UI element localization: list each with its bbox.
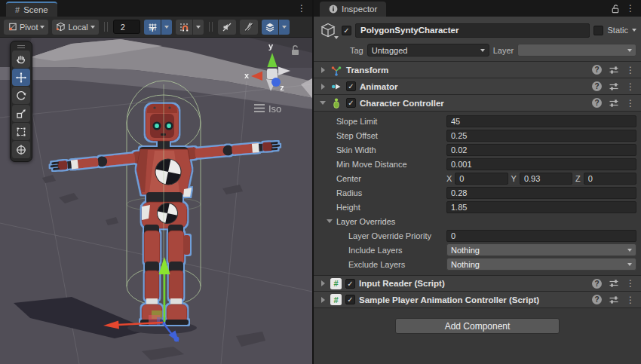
component-header-animator[interactable]: ✓ Animator ? ⋮ <box>314 78 641 95</box>
component-menu-icon[interactable]: ⋮ <box>626 295 635 304</box>
chevron-down-icon <box>334 36 339 39</box>
scene-viewport[interactable]: y x z Iso <box>0 38 312 364</box>
tool-move[interactable] <box>12 69 30 86</box>
component-header-transform[interactable]: Transform ? ⋮ <box>314 62 641 78</box>
center-y-input[interactable] <box>520 173 572 185</box>
component-header-character-controller[interactable]: ✓ Character Controller ? ⋮ <box>314 95 641 112</box>
scene-effects-dropdown[interactable] <box>278 20 290 35</box>
component-menu-icon[interactable]: ⋮ <box>626 99 635 108</box>
component-menu-icon[interactable]: ⋮ <box>626 279 635 288</box>
help-icon[interactable]: ? <box>592 279 602 289</box>
foldout-icon[interactable] <box>319 280 327 286</box>
min-move-distance-input[interactable] <box>446 158 636 170</box>
tab-scene[interactable]: # Scene <box>6 2 57 17</box>
presets-icon[interactable] <box>609 295 619 305</box>
layer-override-priority-input[interactable] <box>446 230 636 242</box>
presets-icon[interactable] <box>609 81 619 92</box>
grid-snap-button[interactable] <box>176 20 204 35</box>
add-component-button[interactable]: Add Component <box>395 318 560 334</box>
component-header-sample-player-animation-controller[interactable]: # ✓ Sample Player Animation Controller (… <box>314 292 641 308</box>
scene-audio-toggle[interactable] <box>218 20 236 35</box>
help-icon[interactable]: ? <box>592 81 602 91</box>
prop-slope-limit: Slope Limit <box>314 114 641 128</box>
chevron-down-icon <box>196 26 201 29</box>
center-x-input[interactable] <box>455 173 508 185</box>
layer-dropdown[interactable] <box>517 44 636 57</box>
handle-orientation-button[interactable]: Local <box>52 20 98 35</box>
grid-visibility-button[interactable]: Y <box>144 20 172 35</box>
input-reader-enabled-checkbox[interactable]: ✓ <box>345 279 355 289</box>
layer-overrides-foldout[interactable]: Layer Overrides <box>314 214 641 228</box>
inspector-menu-icon[interactable]: ⋮ <box>626 4 635 13</box>
skin-width-input[interactable] <box>446 144 636 156</box>
component-header-input-reader[interactable]: # ✓ Input Reader (Script) ? ⋮ <box>314 275 641 292</box>
chevron-down-icon <box>627 249 632 252</box>
foldout-icon[interactable] <box>319 67 327 73</box>
static-dropdown-caret[interactable] <box>632 29 636 32</box>
exclude-layers-dropdown[interactable]: Nothing <box>446 258 636 271</box>
tool-scale[interactable] <box>12 105 30 122</box>
script-icon: # <box>330 294 342 305</box>
help-icon[interactable]: ? <box>592 65 602 75</box>
tool-rotate[interactable] <box>12 87 30 104</box>
toolbar-separator <box>104 22 108 32</box>
tab-inspector[interactable]: Inspector <box>320 2 386 17</box>
lock-icon[interactable] <box>610 4 620 14</box>
scene-effects-button[interactable] <box>262 20 290 35</box>
help-icon[interactable]: ? <box>592 98 602 108</box>
chevron-down-icon <box>164 26 169 29</box>
scale-icon <box>15 108 27 120</box>
component-menu-icon[interactable]: ⋮ <box>626 66 635 75</box>
component-name: Character Controller <box>360 99 588 108</box>
static-checkbox[interactable] <box>593 26 603 35</box>
scene-tools-overlay <box>10 41 32 162</box>
foldout-icon[interactable] <box>319 297 327 303</box>
exclude-layers-value: Nothing <box>451 260 627 269</box>
prop-layer-override-priority: Layer Override Priority <box>314 228 641 243</box>
character-controller-body: Slope Limit Step Offset Skin Width Min M… <box>314 112 641 275</box>
radius-input[interactable] <box>446 187 636 199</box>
view-gizmo-z-ball[interactable] <box>271 78 281 87</box>
scene-render[interactable]: y x z Iso <box>0 38 312 364</box>
foldout-icon[interactable] <box>319 101 327 105</box>
slope-limit-input[interactable] <box>446 115 636 127</box>
help-icon[interactable]: ? <box>592 295 602 304</box>
center-x-label: X <box>446 174 452 183</box>
foldout-icon[interactable] <box>319 84 327 90</box>
animator-component-icon <box>330 81 342 93</box>
prop-label: Radius <box>336 188 446 197</box>
scene-menu-icon[interactable]: ⋮ <box>297 4 306 13</box>
cube-icon <box>56 22 66 32</box>
presets-icon[interactable] <box>609 65 619 75</box>
gameobject-name-input[interactable] <box>355 23 590 38</box>
prop-min-move-distance: Min Move Distance <box>314 157 641 171</box>
pivot-mode-button[interactable]: Pivot <box>4 20 48 35</box>
character-controller-enabled-checkbox[interactable]: ✓ <box>346 98 356 108</box>
grid-size-input[interactable] <box>113 20 140 34</box>
overlay-drag-handle[interactable] <box>12 43 30 50</box>
tool-rect[interactable] <box>12 123 30 140</box>
grid-snap-dropdown[interactable] <box>192 20 204 35</box>
tool-transform[interactable] <box>12 141 30 158</box>
center-z-input[interactable] <box>584 173 636 185</box>
animator-enabled-checkbox[interactable]: ✓ <box>346 81 356 91</box>
toolbar-separator <box>209 22 213 32</box>
height-input[interactable] <box>446 201 636 213</box>
tool-hand[interactable] <box>12 50 30 68</box>
tag-dropdown[interactable]: Untagged <box>367 44 489 57</box>
grid-visibility-dropdown[interactable] <box>161 20 172 35</box>
grid-snap-icon <box>176 20 192 35</box>
script-icon: # <box>330 278 342 289</box>
step-offset-input[interactable] <box>446 130 636 142</box>
presets-icon[interactable] <box>609 98 619 109</box>
gameobject-cube-icon[interactable] <box>318 20 338 40</box>
gameobject-enabled-checkbox[interactable]: ✓ <box>342 26 351 35</box>
presets-icon[interactable] <box>609 278 619 289</box>
include-layers-value: Nothing <box>451 246 627 255</box>
scene-lighting-toggle[interactable] <box>240 20 258 35</box>
include-layers-dropdown[interactable]: Nothing <box>446 243 636 256</box>
prop-label: Step Offset <box>336 131 446 140</box>
grid-axis-icon: Y <box>144 20 161 35</box>
component-menu-icon[interactable]: ⋮ <box>626 82 635 91</box>
sample-player-enabled-checkbox[interactable]: ✓ <box>345 295 355 304</box>
